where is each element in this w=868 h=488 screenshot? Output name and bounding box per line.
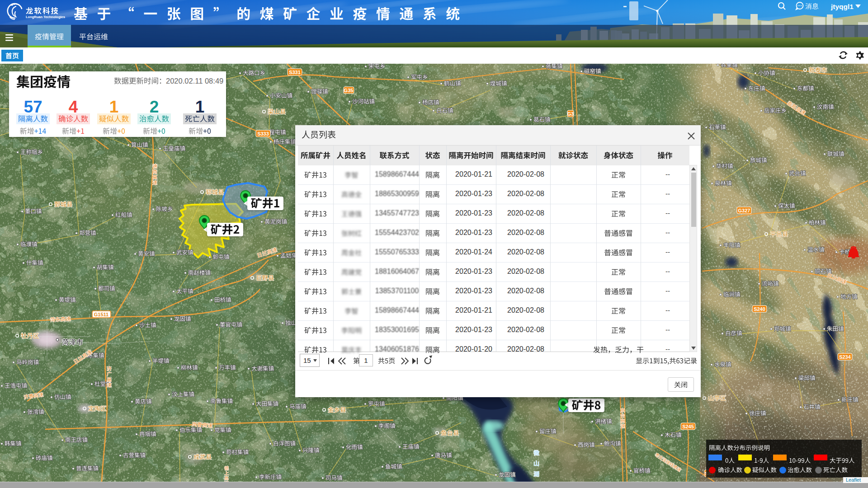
svg-text:S245: S245	[682, 424, 694, 429]
svg-text:G327: G327	[738, 208, 750, 213]
svg-text:G35: G35	[344, 88, 354, 93]
svg-text:G1511: G1511	[94, 312, 108, 317]
svg-text:S240: S240	[754, 306, 765, 312]
svg-text:S331: S331	[289, 70, 301, 75]
svg-text:S234: S234	[839, 354, 851, 360]
svg-text:S333: S333	[257, 131, 269, 136]
svg-text:G3: G3	[567, 111, 574, 117]
